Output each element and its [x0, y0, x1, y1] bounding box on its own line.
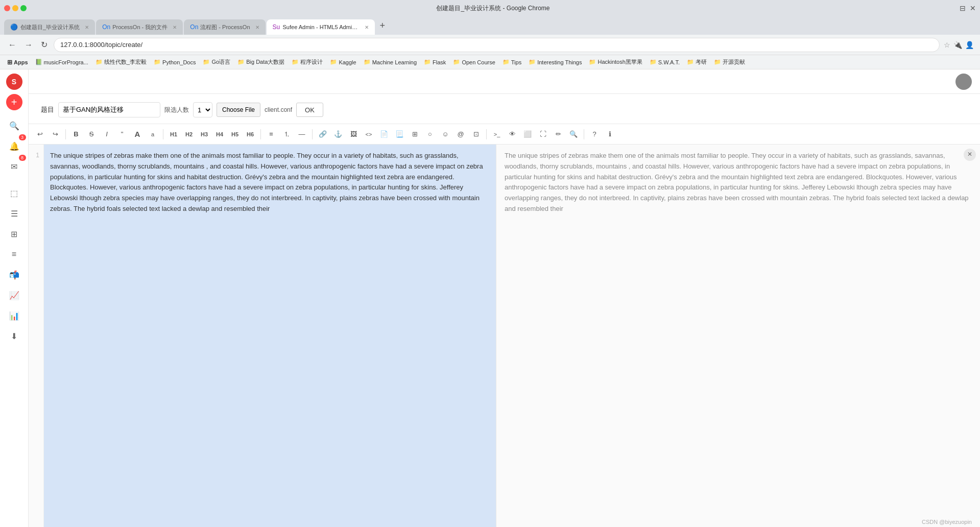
- terminal-btn[interactable]: >_: [490, 127, 504, 141]
- redo-btn[interactable]: ↪: [48, 127, 62, 141]
- music-folder-icon: 📗: [35, 59, 42, 65]
- bold-btn[interactable]: B: [69, 127, 83, 141]
- link-btn[interactable]: 🔗: [316, 127, 330, 141]
- bookmark-music[interactable]: 📗 musicForProgra...: [32, 58, 91, 66]
- editor-content[interactable]: The unique stripes of zebras make them o…: [50, 151, 490, 214]
- bookmark-kaggle[interactable]: 📁 Kaggle: [327, 58, 359, 66]
- tab-4[interactable]: Su Sufee Admin - HTML5 Admin... ✕: [267, 19, 375, 35]
- window-controls[interactable]: [4, 5, 27, 11]
- bookmark-tips[interactable]: 📁 Tips: [499, 58, 524, 66]
- tab-2[interactable]: On ProcessOn - 我的文件 ✕: [96, 19, 183, 35]
- bookmark-icon[interactable]: ☆: [944, 41, 950, 49]
- screen-btn[interactable]: ⬜: [520, 127, 535, 141]
- sidebar-icon-layers[interactable]: ☰: [5, 204, 23, 223]
- hr-btn[interactable]: —: [295, 127, 309, 141]
- h1-btn[interactable]: H1: [166, 127, 181, 141]
- tab3-close[interactable]: ✕: [255, 25, 259, 30]
- limit-select[interactable]: 1 2 3: [193, 102, 212, 117]
- bookmark-linear-algebra[interactable]: 📁 线性代数_李宏毅: [92, 57, 150, 67]
- h6-btn[interactable]: H6: [243, 127, 257, 141]
- sidebar-icon-list[interactable]: ≡: [5, 245, 23, 264]
- search-btn2[interactable]: 🔍: [566, 127, 581, 141]
- choose-file-btn[interactable]: Choose File: [217, 103, 260, 117]
- sidebar-icon-grid[interactable]: ⊞: [5, 225, 23, 243]
- h2-btn[interactable]: H2: [182, 127, 196, 141]
- tab-3[interactable]: On 流程图 - ProcessOn ✕: [184, 19, 265, 35]
- bookmark-flask[interactable]: 📁 Flask: [421, 58, 449, 66]
- tab1-close[interactable]: ✕: [85, 25, 89, 30]
- fullscreen-btn[interactable]: ⛶: [536, 127, 550, 141]
- close-preview-btn[interactable]: ✕: [964, 149, 976, 161]
- bookmark-research[interactable]: 📁 考研: [684, 57, 710, 67]
- bookmark-go[interactable]: 📁 Go语言: [200, 57, 233, 67]
- hackintosh-folder-icon: 📁: [589, 59, 596, 65]
- sidebar-icon-chart[interactable]: 📈: [5, 286, 23, 304]
- circle-btn[interactable]: ○: [423, 127, 437, 141]
- back-btn[interactable]: ←: [6, 38, 18, 52]
- bookmark-opencourse[interactable]: 📁 Open Course: [450, 58, 498, 66]
- at-btn[interactable]: @: [453, 127, 468, 141]
- eyeoff-btn[interactable]: 👁: [505, 127, 519, 141]
- emoji-btn[interactable]: ☺: [438, 127, 452, 141]
- font-small-btn[interactable]: a: [146, 127, 160, 141]
- undo-btn[interactable]: ↩: [33, 127, 47, 141]
- window-action-controls[interactable]: ⊟ ✕: [960, 4, 976, 12]
- browser-close-btn[interactable]: ✕: [970, 4, 976, 12]
- pen-btn[interactable]: ✏: [551, 127, 565, 141]
- user-avatar[interactable]: [955, 74, 972, 90]
- tab-1[interactable]: 🔵 创建题目_毕业设计系统 ✕: [4, 19, 95, 35]
- maximize-window-btn[interactable]: [20, 5, 27, 11]
- title-input[interactable]: [58, 102, 160, 117]
- bookmark-bigdata[interactable]: 📁 Big Data大数据: [234, 57, 288, 67]
- bookmark-interesting[interactable]: 📁 Interesting Things: [525, 58, 585, 66]
- h5-btn[interactable]: H5: [228, 127, 242, 141]
- sidebar-icon-mail[interactable]: ✉ 8: [5, 157, 23, 176]
- tab2-close[interactable]: ✕: [173, 25, 177, 30]
- sidebar-icon-dashboard[interactable]: ⬚: [5, 184, 23, 202]
- bookmark-programming[interactable]: 📁 程序设计: [289, 57, 326, 67]
- url-input[interactable]: [54, 38, 940, 52]
- bookmark-opensource[interactable]: 📁 开源贡献: [711, 57, 748, 67]
- restore-btn[interactable]: ⊟: [960, 4, 966, 12]
- extensions-icon[interactable]: 🔌: [953, 41, 962, 49]
- tab4-close[interactable]: ✕: [365, 25, 369, 30]
- ok-btn[interactable]: OK: [296, 103, 323, 117]
- font-big-btn[interactable]: A: [130, 127, 145, 141]
- image-btn[interactable]: 🖼: [346, 127, 361, 141]
- h3-btn[interactable]: H3: [197, 127, 211, 141]
- table-btn[interactable]: ⊞: [408, 127, 422, 141]
- strike-btn[interactable]: S: [84, 127, 99, 141]
- minimize-window-btn[interactable]: [12, 5, 18, 11]
- anchor-btn[interactable]: ⚓: [331, 127, 345, 141]
- profile-icon[interactable]: 👤: [965, 41, 974, 49]
- quote-btn[interactable]: ": [115, 127, 129, 141]
- reload-btn[interactable]: ↻: [39, 38, 50, 52]
- bookmark-python[interactable]: 📁 Python_Docs: [151, 58, 199, 66]
- close-window-btn[interactable]: [4, 5, 10, 11]
- code-btn[interactable]: <>: [362, 127, 376, 141]
- info-btn[interactable]: ℹ: [603, 127, 617, 141]
- bookmark-ml[interactable]: 📁 Machine Learning: [361, 58, 420, 66]
- h4-btn[interactable]: H4: [212, 127, 227, 141]
- ol-btn[interactable]: ⒈: [279, 127, 294, 141]
- forward-btn[interactable]: →: [22, 38, 35, 52]
- sidebar-icon-inbox[interactable]: 📬: [5, 266, 23, 284]
- sidebar-icon-search[interactable]: 🔍: [5, 116, 23, 135]
- sidebar-user-avatar[interactable]: S: [6, 74, 22, 90]
- italic-btn[interactable]: I: [100, 127, 114, 141]
- sidebar-create-btn[interactable]: +: [6, 94, 22, 110]
- sidebar-icon-bar-chart[interactable]: 📊: [5, 306, 23, 325]
- apps-bookmark[interactable]: ⊞ Apps: [4, 58, 31, 67]
- sidebar-icon-filter[interactable]: ⬇: [5, 327, 23, 345]
- bookmark-swat[interactable]: 📁 S.W.A.T.: [647, 58, 683, 66]
- more-btn[interactable]: ⊡: [469, 127, 483, 141]
- sidebar-icon-bell[interactable]: 🔔 3: [5, 137, 23, 155]
- file-btn2[interactable]: 📃: [392, 127, 407, 141]
- ul-btn[interactable]: ≡: [264, 127, 278, 141]
- new-tab-btn[interactable]: +: [376, 20, 390, 31]
- bookmark-hackintosh[interactable]: 📁 Hackintosh黑苹果: [586, 57, 645, 67]
- bell-badge: 3: [19, 134, 26, 140]
- editor-textarea[interactable]: The unique stripes of zebras make them o…: [44, 145, 496, 527]
- doc-btn[interactable]: 📄: [377, 127, 391, 141]
- help-btn[interactable]: ?: [587, 127, 602, 141]
